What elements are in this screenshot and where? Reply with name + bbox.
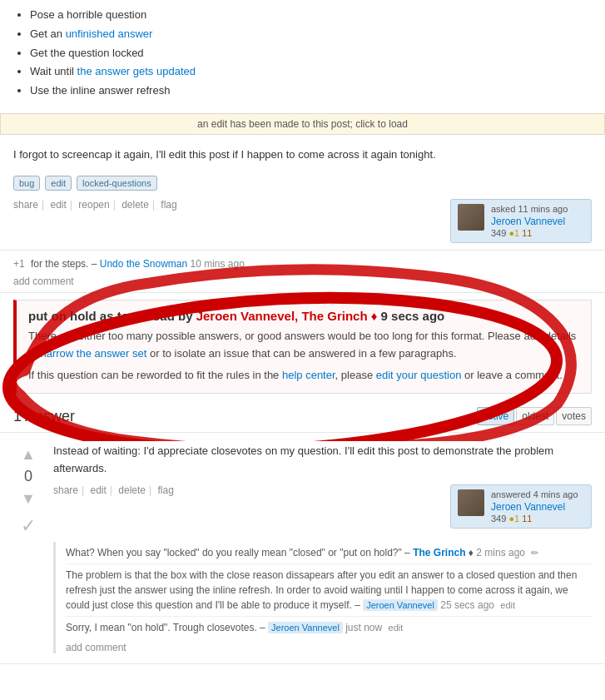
user-stats: 349 ●1 11	[491, 228, 568, 238]
badge-gold: ●1	[508, 228, 519, 238]
unfinished-answer-link[interactable]: unfinished answer	[66, 27, 153, 40]
list-item-2: Get an unfinished answer	[30, 26, 592, 43]
vote-count: 0	[24, 468, 32, 485]
hold-box-container: put on hold as too broad by Jeroen Vanne…	[0, 300, 605, 394]
add-comment-link[interactable]: add comment	[13, 276, 74, 287]
reputation: 349	[491, 228, 506, 238]
edit-notice-bar[interactable]: an edit has been made to this post; clic…	[0, 113, 605, 135]
answered-user-card: answered 4 mins ago Jeroen Vannevel 349 …	[450, 484, 592, 529]
list-item-3: Get the question locked	[30, 45, 592, 62]
answer-share-link[interactable]: share	[53, 484, 78, 496]
answer-flag-link[interactable]: flag	[158, 484, 174, 496]
sort-votes[interactable]: votes	[556, 407, 592, 425]
answer-add-comment-link[interactable]: add comment	[66, 642, 126, 653]
answer-item: ▲ 0 ▼ ✓ Instead of waiting: I'd apprecia…	[0, 433, 605, 664]
page-wrapper: Pose a horrible question Get an unfinish…	[0, 0, 605, 681]
answer-username-link[interactable]: Jeroen Vannevel	[491, 501, 565, 513]
reopen-link[interactable]: reopen	[78, 199, 109, 211]
comment-2-edit[interactable]: edit	[500, 600, 515, 610]
answer-comment-1: What? When you say "locked" do you reall…	[66, 542, 592, 563]
flag-link[interactable]: flag	[161, 199, 176, 211]
question-comments: +1 for the steps. – Undo the Snowman 10 …	[0, 251, 605, 293]
edit-link[interactable]: edit	[51, 199, 67, 211]
tag-bug[interactable]: bug	[13, 176, 40, 191]
narrow-link[interactable]: narrow the answer set	[40, 347, 146, 360]
answer-user-stats: 349 ●1 11	[491, 514, 578, 524]
sort-oldest[interactable]: oldest	[516, 407, 554, 425]
asked-user-card: asked 11 mins ago Jeroen Vannevel 349 ●1…	[450, 199, 592, 243]
tag-edit[interactable]: edit	[45, 176, 72, 191]
tag-locked-questions[interactable]: locked-questions	[77, 176, 157, 191]
tags-row: bug edit locked-questions	[0, 171, 605, 196]
answer-updated-link[interactable]: the answer gets updated	[77, 65, 196, 77]
answer-comment-2: The problem is that the box with the clo…	[66, 563, 592, 616]
answered-label: answered 4 mins ago	[491, 489, 578, 499]
asked-label: asked 11 mins ago	[491, 204, 568, 214]
answer-action-links: share| edit| delete| flag	[53, 484, 177, 496]
answers-count: 1 Answer	[13, 408, 75, 425]
post-action-links: share| edit| reopen| delete| flag	[13, 199, 181, 211]
comment-2-user: Jeroen Vannevel	[363, 599, 438, 611]
hold-title: put on hold as too broad by Jeroen Vanne…	[28, 309, 579, 323]
answer-comment-3: Sorry, I mean "on hold". Trough closevot…	[66, 616, 592, 638]
answer-badge-bronze: 11	[522, 514, 532, 524]
comment-3-edit[interactable]: edit	[389, 623, 404, 633]
help-center-link[interactable]: help center	[282, 369, 335, 381]
delete-link[interactable]: delete	[121, 199, 149, 211]
hold-body-text: There are either too many possible answe…	[28, 328, 579, 363]
share-link[interactable]: share	[13, 199, 38, 211]
edit-question-link[interactable]: edit your question	[376, 369, 462, 381]
answer-edit-link[interactable]: edit	[91, 484, 107, 496]
intro-list: Pose a horrible question Get an unfinish…	[0, 0, 605, 108]
hold-box: put on hold as too broad by Jeroen Vanne…	[13, 300, 592, 394]
answer-body: Instead of waiting: I'd appreciate close…	[53, 443, 592, 653]
comment-3-user: Jeroen Vannevel	[268, 622, 343, 633]
badge-bronze: 11	[522, 228, 532, 238]
hold-note-text: If this question can be reworded to fit …	[28, 367, 579, 385]
sort-active[interactable]: active	[477, 407, 514, 425]
vote-cell: ▲ 0 ▼ ✓	[13, 443, 43, 653]
answers-sort: active oldest votes	[477, 407, 592, 425]
answer-reputation: 349	[491, 514, 506, 524]
answer-delete-link[interactable]: delete	[118, 484, 146, 496]
username-link[interactable]: Jeroen Vannevel	[491, 216, 565, 227]
vote-down-button[interactable]: ▼	[17, 487, 40, 510]
answer-meta-row: share| edit| delete| flag answered 4 min…	[53, 484, 592, 535]
post-body-text: I forgot to screencap it again, I'll edi…	[0, 140, 605, 171]
accept-button[interactable]: ✓	[21, 515, 36, 537]
answers-header: 1 Answer active oldest votes	[0, 400, 605, 433]
answer-badge-gold: ●1	[508, 514, 519, 524]
answer-text: Instead of waiting: I'd appreciate close…	[53, 443, 592, 478]
list-item-1: Pose a horrible question	[30, 7, 592, 24]
comment-item: +1 for the steps. – Undo the Snowman 10 …	[13, 256, 592, 272]
list-item-4: Wait until the answer gets updated	[30, 63, 592, 81]
answer-avatar	[458, 489, 484, 516]
post-meta-row: share| edit| reopen| delete| flag asked …	[0, 196, 605, 251]
answer-comments: What? When you say "locked" do you reall…	[53, 542, 592, 653]
list-item-5: Use the inline answer refresh	[30, 82, 592, 100]
comment-user-link[interactable]: Undo the Snowman	[100, 258, 187, 270]
comment-1-user[interactable]: The Grinch	[413, 547, 465, 559]
avatar	[458, 204, 484, 231]
user-info: asked 11 mins ago Jeroen Vannevel 349 ●1…	[491, 204, 568, 238]
answer-user-info: answered 4 mins ago Jeroen Vannevel 349 …	[491, 489, 578, 524]
vote-up-button[interactable]: ▲	[17, 443, 40, 466]
